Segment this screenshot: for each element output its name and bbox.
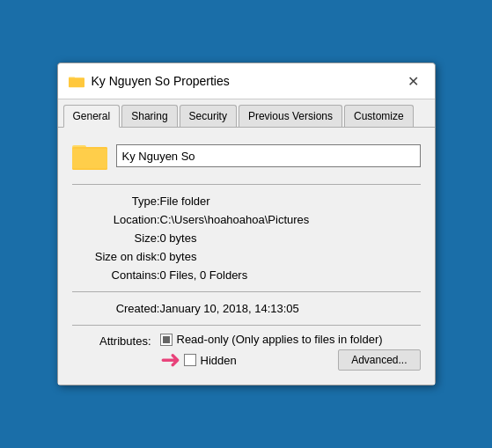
folder-icon [72, 140, 107, 172]
attributes-label: Attributes: [72, 333, 160, 348]
advanced-button[interactable]: Advanced... [338, 349, 420, 371]
title-bar: Ky Nguyen So Properties ✕ [58, 63, 435, 99]
properties-table: Type: File folder Location: C:\Users\hoa… [72, 192, 421, 284]
separator-1 [72, 184, 421, 185]
prop-row-location: Location: C:\Users\hoahoahoa\Pictures [72, 210, 421, 229]
tab-sharing[interactable]: Sharing [121, 105, 177, 127]
attributes-row: Attributes: Read-only (Only applies to f… [72, 333, 421, 372]
prop-label-type: Type: [72, 192, 160, 210]
prop-value-size-on-disk: 0 bytes [160, 247, 421, 266]
arrow-icon: ➜ [160, 348, 180, 372]
readonly-label: Read-only (Only applies to files in fold… [177, 333, 383, 346]
prop-label-size: Size: [72, 229, 160, 247]
tabs-container: General Sharing Security Previous Versio… [58, 99, 435, 128]
prop-label-created: Created: [72, 299, 160, 318]
properties-dialog: Ky Nguyen So Properties ✕ General Sharin… [57, 62, 436, 386]
hidden-row: ➜ Hidden Advanced... [160, 348, 421, 372]
hidden-checkbox[interactable] [184, 354, 196, 366]
close-button[interactable]: ✕ [403, 70, 424, 92]
prop-value-size: 0 bytes [160, 229, 421, 247]
separator-3 [72, 325, 421, 326]
title-bar-left: Ky Nguyen So Properties [69, 73, 230, 89]
readonly-checkbox-row: Read-only (Only applies to files in fold… [160, 333, 421, 346]
readonly-checkbox[interactable] [160, 334, 173, 346]
prop-value-contains: 0 Files, 0 Folders [160, 266, 421, 284]
prop-row-size-on-disk: Size on disk: 0 bytes [72, 247, 421, 266]
hidden-checkbox-row: Hidden [184, 354, 237, 367]
prop-row-size: Size: 0 bytes [72, 229, 421, 247]
prop-row-created: Created: January 10, 2018, 14:13:05 [72, 299, 421, 318]
separator-2 [72, 291, 421, 292]
tab-customize[interactable]: Customize [344, 105, 414, 127]
prop-label-location: Location: [72, 210, 160, 229]
prop-label-contains: Contains: [72, 266, 160, 284]
svg-rect-2 [69, 77, 84, 86]
created-table: Created: January 10, 2018, 14:13:05 [72, 299, 421, 318]
tab-content: Type: File folder Location: C:\Users\hoa… [58, 128, 435, 385]
prop-row-type: Type: File folder [72, 192, 421, 210]
prop-value-location: C:\Users\hoahoahoa\Pictures [160, 210, 421, 229]
tab-previous-versions[interactable]: Previous Versions [239, 105, 342, 127]
tab-security[interactable]: Security [180, 105, 237, 127]
prop-value-type: File folder [160, 192, 421, 210]
arrow-container: ➜ Hidden [160, 348, 237, 372]
prop-row-contains: Contains: 0 Files, 0 Folders [72, 266, 421, 284]
prop-value-created: January 10, 2018, 14:13:05 [160, 299, 421, 318]
svg-rect-6 [72, 149, 107, 168]
title-text: Ky Nguyen So Properties [92, 74, 230, 88]
attributes-checkboxes: Read-only (Only applies to files in fold… [160, 333, 421, 372]
hidden-label: Hidden [201, 354, 237, 367]
tab-general[interactable]: General [63, 105, 121, 128]
folder-name-input[interactable] [116, 144, 421, 167]
prop-label-size-on-disk: Size on disk: [72, 247, 160, 266]
title-folder-icon [69, 73, 84, 89]
folder-row [72, 140, 421, 172]
